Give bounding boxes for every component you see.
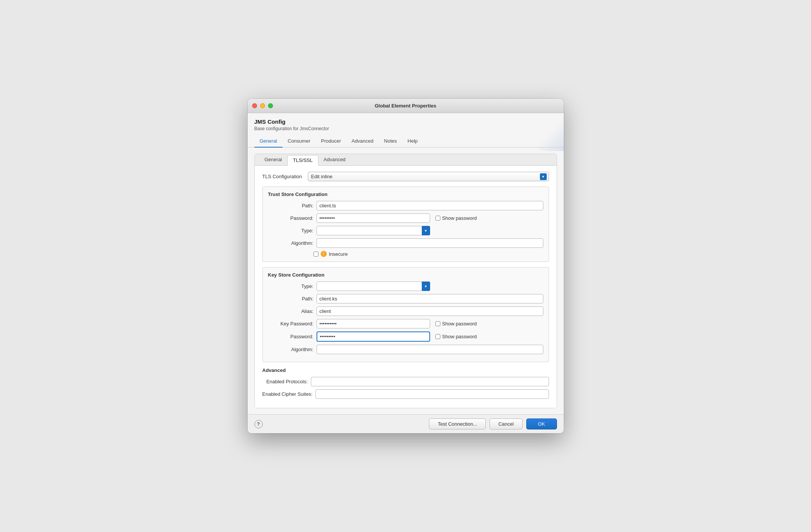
trust-password-row: Password: Show password	[268, 213, 543, 223]
trust-algorithm-input[interactable]	[317, 238, 543, 248]
maximize-button[interactable]	[268, 103, 273, 108]
tls-config-select[interactable]: Edit inline	[308, 172, 549, 181]
advanced-title: Advanced	[262, 367, 549, 373]
trust-show-password-label: Show password	[442, 215, 477, 221]
trust-show-password-group: Show password	[435, 215, 477, 221]
close-button[interactable]	[252, 103, 257, 108]
key-type-label: Type:	[268, 283, 313, 289]
trust-password-label: Password:	[268, 215, 313, 221]
tls-config-select-wrapper: Edit inline	[308, 172, 549, 181]
enabled-protocols-row: Enabled Protocols:	[262, 377, 549, 386]
key-show-password-group: Show password	[435, 321, 477, 327]
enabled-protocols-label: Enabled Protocols:	[262, 379, 308, 384]
main-window: Global Element Properties JMS Config Bas…	[248, 99, 564, 433]
trust-show-password-checkbox[interactable]	[435, 216, 440, 221]
minimize-button[interactable]	[260, 103, 265, 108]
trust-type-label: Type:	[268, 228, 313, 233]
ks-show-password-group: Show password	[435, 334, 477, 339]
app-subtitle: Base configuration for JmsConnector	[254, 126, 557, 131]
key-type-dropdown-btn[interactable]	[422, 282, 430, 291]
tls-config-row: TLS Configuration Edit inline	[262, 172, 549, 181]
trust-algorithm-label: Algorithm:	[268, 240, 313, 246]
key-password-row: Key Password: Show password	[268, 319, 543, 328]
key-store-password-label: Password:	[268, 334, 313, 339]
tab-inner-general[interactable]: General	[259, 154, 287, 166]
enabled-cipher-suites-row: Enabled Cipher Suites:	[262, 389, 549, 399]
tab-inner-tls-ssl[interactable]: TLS/SSL	[287, 155, 318, 166]
key-password-input[interactable]	[317, 319, 430, 328]
footer-right: Test Connection... Cancel OK	[429, 418, 557, 429]
header-section: JMS Config Base configuration for JmsCon…	[248, 113, 564, 135]
key-alias-input[interactable]	[317, 306, 543, 316]
trust-path-row: Path:	[268, 201, 543, 210]
warning-icon: !	[321, 251, 327, 257]
insecure-checkbox[interactable]	[313, 252, 318, 257]
key-algorithm-label: Algorithm:	[268, 347, 313, 352]
key-store-password-row: Password: Show password	[268, 331, 543, 342]
key-alias-row: Alias:	[268, 306, 543, 316]
window-title: Global Element Properties	[375, 103, 437, 109]
key-alias-label: Alias:	[268, 308, 313, 314]
main-content: General TLS/SSL Advanced TLS Configurati…	[248, 148, 564, 414]
tab-general[interactable]: General	[254, 135, 282, 148]
trust-store-section: Trust Store Configuration Path: Password…	[262, 187, 549, 262]
help-button[interactable]: ?	[254, 420, 263, 428]
key-path-label: Path:	[268, 296, 313, 302]
trust-password-input[interactable]	[317, 213, 430, 223]
footer: ? Test Connection... Cancel OK	[248, 414, 564, 433]
insecure-row: ! Insecure	[313, 251, 543, 257]
tab-producer[interactable]: Producer	[316, 135, 346, 148]
key-store-title: Key Store Configuration	[268, 272, 543, 278]
key-algorithm-input[interactable]	[317, 345, 543, 354]
key-type-select-wrapper	[317, 282, 430, 291]
ks-show-password-label: Show password	[442, 334, 477, 339]
inner-content: TLS Configuration Edit inline Trust Stor…	[255, 166, 557, 408]
tab-help[interactable]: Help	[402, 135, 423, 148]
key-store-password-input[interactable]	[317, 331, 430, 342]
key-algorithm-row: Algorithm:	[268, 345, 543, 354]
outer-tabs: General Consumer Producer Advanced Notes…	[248, 135, 564, 148]
trust-path-input[interactable]	[317, 201, 543, 210]
tab-consumer[interactable]: Consumer	[282, 135, 316, 148]
app-title: JMS Config	[254, 118, 557, 125]
trust-type-select[interactable]	[317, 226, 430, 235]
cancel-button[interactable]: Cancel	[490, 418, 522, 429]
enabled-protocols-input[interactable]	[311, 377, 549, 386]
ks-show-password-checkbox[interactable]	[435, 334, 440, 339]
titlebar: Global Element Properties	[248, 99, 564, 113]
window-controls	[252, 103, 273, 108]
trust-type-dropdown-btn[interactable]	[422, 226, 430, 235]
inner-tabs: General TLS/SSL Advanced	[255, 154, 557, 166]
key-password-label: Key Password:	[268, 321, 313, 327]
key-store-section: Key Store Configuration Type: Path:	[262, 267, 549, 362]
trust-type-row: Type:	[268, 226, 543, 235]
key-show-password-checkbox[interactable]	[435, 321, 440, 326]
key-show-password-label: Show password	[442, 321, 477, 327]
tab-inner-advanced[interactable]: Advanced	[318, 154, 351, 166]
inner-panel: General TLS/SSL Advanced TLS Configurati…	[254, 154, 557, 408]
trust-algorithm-row: Algorithm:	[268, 238, 543, 248]
key-path-row: Path:	[268, 294, 543, 303]
tab-advanced[interactable]: Advanced	[346, 135, 379, 148]
test-connection-button[interactable]: Test Connection...	[429, 418, 486, 429]
insecure-label: Insecure	[329, 251, 348, 257]
trust-store-title: Trust Store Configuration	[268, 191, 543, 197]
trust-path-label: Path:	[268, 203, 313, 208]
tls-config-label: TLS Configuration	[262, 174, 304, 179]
footer-left: ?	[254, 420, 263, 428]
enabled-cipher-suites-label: Enabled Cipher Suites:	[262, 391, 313, 397]
ok-button[interactable]: OK	[526, 418, 557, 429]
advanced-section: Advanced Enabled Protocols: Enabled Ciph…	[262, 367, 549, 399]
tab-notes[interactable]: Notes	[379, 135, 402, 148]
enabled-cipher-suites-input[interactable]	[315, 389, 549, 399]
key-type-select[interactable]	[317, 282, 430, 291]
key-type-row: Type:	[268, 282, 543, 291]
key-path-input[interactable]	[317, 294, 543, 303]
trust-type-select-wrapper	[317, 226, 430, 235]
